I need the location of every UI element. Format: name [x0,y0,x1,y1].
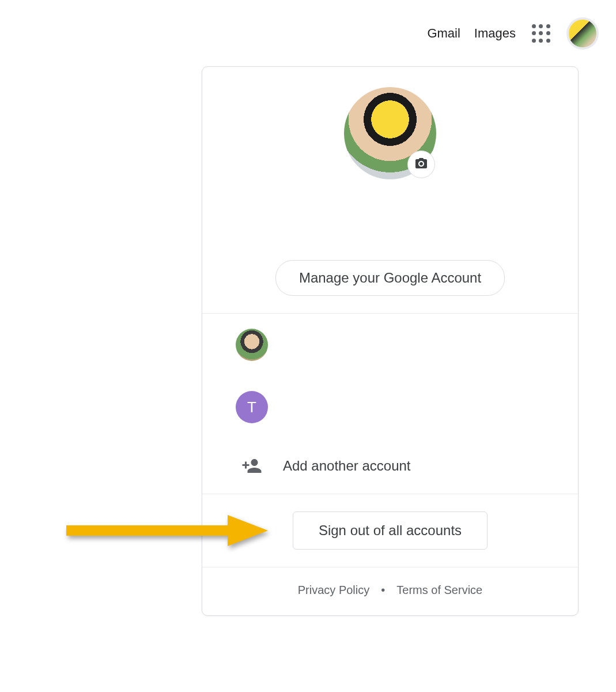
account-avatar-initial: T [236,391,268,423]
account-row[interactable]: T [202,376,578,438]
avatar-image [569,20,596,47]
camera-icon [414,156,428,172]
add-account-label: Add another account [283,458,411,474]
add-account-button[interactable]: Add another account [202,438,578,494]
gmail-link[interactable]: Gmail [427,26,460,41]
signout-section: Sign out of all accounts [202,494,578,567]
terms-of-service-link[interactable]: Terms of Service [396,584,482,597]
images-link[interactable]: Images [474,26,516,41]
change-photo-button[interactable] [407,151,435,178]
other-accounts-section: T Add another account [202,314,578,494]
account-avatar [236,329,268,361]
account-panel: Manage your Google Account T Add another… [202,66,579,616]
panel-footer: Privacy Policy • Terms of Service [202,567,578,615]
person-add-icon [236,456,268,476]
account-row[interactable] [202,314,578,376]
separator-dot: • [381,584,385,597]
current-account-section: Manage your Google Account [202,67,578,314]
signout-all-button[interactable]: Sign out of all accounts [293,512,487,550]
account-avatar-button[interactable] [566,17,599,50]
profile-avatar-wrap [344,87,436,179]
manage-account-button[interactable]: Manage your Google Account [275,260,505,296]
privacy-policy-link[interactable]: Privacy Policy [298,584,369,597]
header-area: Gmail Images [427,17,599,50]
google-apps-icon[interactable] [530,22,553,45]
